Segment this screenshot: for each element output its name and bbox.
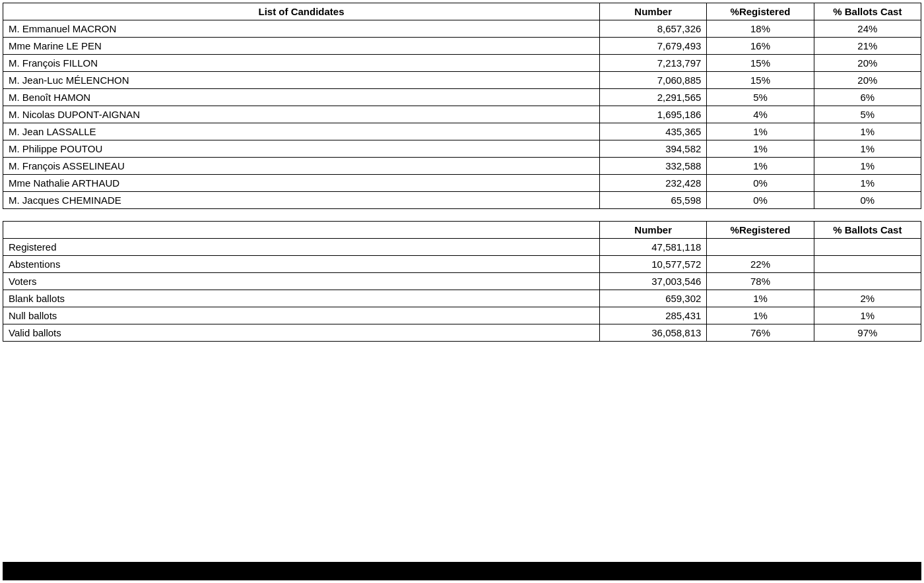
candidates-header-row: List of Candidates Number %Registered % … (3, 3, 921, 20)
summary-header-registered: %Registered (707, 222, 814, 239)
candidate-number: 1,695,186 (600, 106, 707, 123)
summary-row: Null ballots285,4311%1% (3, 307, 921, 324)
candidate-ballots: 24% (814, 20, 921, 38)
summary-header-row: Number %Registered % Ballots Cast (3, 222, 921, 239)
summary-row-number: 285,431 (600, 307, 707, 324)
summary-row-registered: 1% (707, 307, 814, 324)
candidate-row: M. François ASSELINEAU332,5881%1% (3, 158, 921, 175)
summary-row-number: 37,003,546 (600, 273, 707, 290)
page-wrapper: List of Candidates Number %Registered % … (0, 0, 924, 583)
candidate-number: 232,428 (600, 175, 707, 192)
summary-row-registered: 22% (707, 256, 814, 273)
candidate-registered: 4% (707, 106, 814, 123)
candidate-row: M. Benoît HAMON2,291,5655%6% (3, 89, 921, 106)
summary-row-registered: 78% (707, 273, 814, 290)
candidate-name: M. François FILLON (3, 55, 600, 72)
candidate-ballots: 20% (814, 72, 921, 89)
candidate-name: M. Jacques CHEMINADE (3, 192, 600, 209)
bottom-bar (3, 562, 921, 580)
candidate-registered: 1% (707, 158, 814, 175)
candidate-registered: 15% (707, 55, 814, 72)
header-list-of-candidates: List of Candidates (3, 3, 600, 20)
candidate-ballots: 21% (814, 38, 921, 55)
candidate-row: Mme Marine LE PEN7,679,49316%21% (3, 38, 921, 55)
summary-row-number: 36,058,813 (600, 324, 707, 342)
summary-row-registered: 1% (707, 290, 814, 307)
candidate-row: M. Philippe POUTOU394,5821%1% (3, 140, 921, 158)
summary-row-name: Abstentions (3, 256, 600, 273)
summary-row-name: Blank ballots (3, 290, 600, 307)
candidate-name: M. Emmanuel MACRON (3, 20, 600, 38)
header-ballots-cast: % Ballots Cast (814, 3, 921, 20)
header-number: Number (600, 3, 707, 20)
candidate-number: 7,679,493 (600, 38, 707, 55)
summary-row-ballots: 2% (814, 290, 921, 307)
candidate-number: 8,657,326 (600, 20, 707, 38)
candidate-ballots: 0% (814, 192, 921, 209)
candidate-number: 332,588 (600, 158, 707, 175)
summary-row: Voters37,003,54678% (3, 273, 921, 290)
summary-row-name: Null ballots (3, 307, 600, 324)
candidate-registered: 1% (707, 123, 814, 140)
candidate-row: M. Emmanuel MACRON8,657,32618%24% (3, 20, 921, 38)
summary-row-ballots: 97% (814, 324, 921, 342)
candidate-name: Mme Nathalie ARTHAUD (3, 175, 600, 192)
summary-row: Blank ballots659,3021%2% (3, 290, 921, 307)
header-registered: %Registered (707, 3, 814, 20)
summary-row-ballots (814, 273, 921, 290)
candidate-number: 394,582 (600, 140, 707, 158)
summary-row-name: Registered (3, 239, 600, 256)
summary-row-name: Valid ballots (3, 324, 600, 342)
summary-row-number: 47,581,118 (600, 239, 707, 256)
candidate-row: M. François FILLON7,213,79715%20% (3, 55, 921, 72)
candidate-row: Mme Nathalie ARTHAUD232,4280%1% (3, 175, 921, 192)
candidate-row: M. Nicolas DUPONT-AIGNAN1,695,1864%5% (3, 106, 921, 123)
candidate-name: M. François ASSELINEAU (3, 158, 600, 175)
candidate-name: M. Nicolas DUPONT-AIGNAN (3, 106, 600, 123)
candidate-row: M. Jean-Luc MÉLENCHON7,060,88515%20% (3, 72, 921, 89)
candidate-registered: 18% (707, 20, 814, 38)
summary-row-registered (707, 239, 814, 256)
summary-row: Abstentions10,577,57222% (3, 256, 921, 273)
candidate-name: M. Benoît HAMON (3, 89, 600, 106)
candidate-row: M. Jean LASSALLE435,3651%1% (3, 123, 921, 140)
candidate-row: M. Jacques CHEMINADE65,5980%0% (3, 192, 921, 209)
summary-row-number: 659,302 (600, 290, 707, 307)
candidate-name: M. Philippe POUTOU (3, 140, 600, 158)
summary-row: Registered47,581,118 (3, 239, 921, 256)
spacer (3, 209, 921, 221)
candidate-number: 65,598 (600, 192, 707, 209)
candidate-name: M. Jean-Luc MÉLENCHON (3, 72, 600, 89)
candidate-number: 7,213,797 (600, 55, 707, 72)
candidate-number: 7,060,885 (600, 72, 707, 89)
summary-row-ballots (814, 239, 921, 256)
summary-row-ballots: 1% (814, 307, 921, 324)
summary-header-number: Number (600, 222, 707, 239)
summary-row-registered: 76% (707, 324, 814, 342)
summary-header-ballots: % Ballots Cast (814, 222, 921, 239)
tables-container: List of Candidates Number %Registered % … (3, 3, 921, 562)
summary-row: Valid ballots36,058,81376%97% (3, 324, 921, 342)
candidate-name: Mme Marine LE PEN (3, 38, 600, 55)
candidate-registered: 15% (707, 72, 814, 89)
summary-row-ballots (814, 256, 921, 273)
candidate-ballots: 1% (814, 175, 921, 192)
candidate-number: 435,365 (600, 123, 707, 140)
candidate-ballots: 20% (814, 55, 921, 72)
summary-row-name: Voters (3, 273, 600, 290)
summary-row-number: 10,577,572 (600, 256, 707, 273)
summary-header-empty (3, 222, 600, 239)
summary-table: Number %Registered % Ballots Cast Regist… (3, 221, 921, 342)
candidate-registered: 1% (707, 140, 814, 158)
candidate-ballots: 1% (814, 140, 921, 158)
candidate-registered: 0% (707, 192, 814, 209)
candidate-ballots: 1% (814, 123, 921, 140)
candidate-registered: 0% (707, 175, 814, 192)
candidate-registered: 5% (707, 89, 814, 106)
candidate-registered: 16% (707, 38, 814, 55)
candidate-ballots: 1% (814, 158, 921, 175)
candidate-number: 2,291,565 (600, 89, 707, 106)
candidate-name: M. Jean LASSALLE (3, 123, 600, 140)
candidate-ballots: 5% (814, 106, 921, 123)
candidates-table: List of Candidates Number %Registered % … (3, 3, 921, 209)
